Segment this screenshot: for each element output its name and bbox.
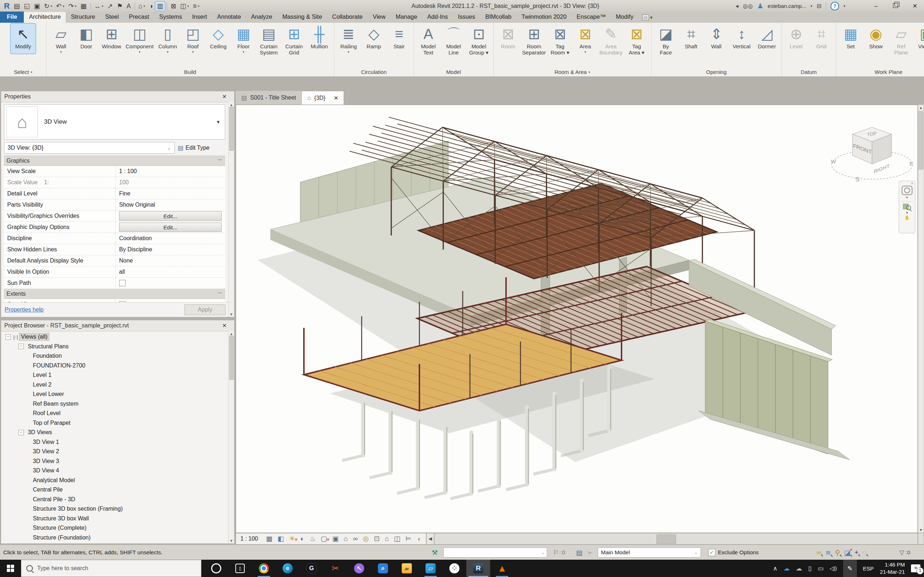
revit-logo[interactable]: R: [2, 2, 11, 11]
locked-3d-orientation-icon[interactable]: ⌂: [344, 533, 347, 544]
show-analytical-model-icon[interactable]: ⌂: [385, 533, 389, 544]
edit-button[interactable]: Edit...: [119, 211, 221, 221]
tree-item-level-lower[interactable]: Level Lower: [1, 390, 228, 399]
taskbar-app-edge[interactable]: e: [276, 560, 300, 577]
tree-item-analytical-model[interactable]: Analytical Model: [1, 475, 228, 485]
taskbar-app-slack[interactable]: ⁘: [443, 560, 466, 577]
type-selector-dropdown-icon[interactable]: ▼: [216, 119, 221, 125]
tree-item-structure-3d-box-section-framing[interactable]: Structure 3D box section (Framing): [1, 504, 228, 514]
component-button[interactable]: ◫Component▾: [124, 23, 155, 54]
app-store-cart-icon[interactable]: ⊟: [817, 3, 822, 10]
project-browser-header[interactable]: Project Browser - RST_basic_sample_proje…: [1, 320, 234, 331]
language-indicator[interactable]: ESP: [863, 566, 874, 572]
clock[interactable]: 1:46 PM 21-Mar-21: [880, 561, 905, 576]
close-inactive-views-icon[interactable]: ⊠: [169, 2, 178, 11]
property-value[interactable]: [116, 301, 225, 302]
network-icon[interactable]: ▭: [817, 565, 823, 572]
visual-style-icon[interactable]: ◧: [278, 533, 284, 544]
text-icon[interactable]: A: [125, 2, 133, 11]
tree-item-views-all[interactable]: −[○]Views (all): [1, 332, 228, 342]
panel-label-datum[interactable]: Datum: [782, 68, 836, 76]
properties-scrollbar[interactable]: ▲▼: [228, 102, 234, 317]
wheel-dropdown-icon[interactable]: ▼: [906, 196, 909, 200]
selection-filter-button[interactable]: ▽ :0: [900, 548, 910, 558]
door-button[interactable]: ◧Door: [74, 23, 99, 54]
tree-item-structure-complete[interactable]: Structure (Complete): [1, 523, 228, 533]
viewer-button[interactable]: ▣Viewer: [914, 23, 924, 54]
taskbar-app-vlc[interactable]: ▲: [490, 560, 514, 577]
tree-item-roof-level[interactable]: Roof Level: [1, 409, 228, 418]
tree-item-structural-plans[interactable]: −Structural Plans: [1, 342, 228, 351]
properties-close-icon[interactable]: ✕: [222, 93, 231, 100]
undo-icon[interactable]: ↶▾: [55, 2, 66, 11]
battery-icon[interactable]: ▯: [808, 565, 811, 572]
curtain-system-button[interactable]: ▤CurtainSystem: [256, 23, 281, 60]
panel-label-circulation[interactable]: Circulation: [334, 68, 414, 76]
model-text-button[interactable]: AModelText: [416, 23, 441, 60]
ramp-button[interactable]: ◇Ramp: [361, 23, 386, 54]
property-checkbox[interactable]: [119, 280, 126, 286]
measure-icon[interactable]: ↔▾: [92, 2, 105, 11]
tree-expander-icon[interactable]: −: [5, 334, 11, 340]
vertical-button[interactable]: ↕Vertical: [729, 23, 754, 54]
edit-button[interactable]: Edit...: [119, 222, 221, 232]
redo-icon[interactable]: ↷▾: [66, 2, 78, 11]
set-button[interactable]: ▦Set: [838, 23, 863, 54]
home-icon[interactable]: ▤: [12, 2, 22, 11]
property-value[interactable]: Edit...: [116, 222, 225, 233]
taskbar-app-chrome[interactable]: [252, 560, 276, 577]
panel-label-model[interactable]: Model: [414, 68, 493, 76]
tree-item-3d-view-3[interactable]: 3D View 3: [1, 456, 228, 466]
floor-button[interactable]: ▦Floor▾: [231, 23, 256, 54]
tree-item-3d-view-2[interactable]: 3D View 2: [1, 447, 228, 456]
property-value[interactable]: 1 : 100: [116, 168, 225, 174]
tree-item-central-pile-3d[interactable]: Central Pile - 3D: [1, 495, 228, 504]
navigation-bar[interactable]: ✕ ▼ ▼ ✋: [899, 181, 915, 233]
dormer-button[interactable]: ◿Dormer: [754, 23, 780, 54]
reveal-constraints-icon[interactable]: ⊨: [405, 533, 412, 544]
instance-selector[interactable]: 3D View: {3D} ⌄: [4, 142, 175, 154]
taskbar-search-input[interactable]: Type here to search: [21, 560, 201, 577]
zoom-tool-icon[interactable]: [903, 203, 911, 210]
tree-item-3d-views[interactable]: −3D Views: [1, 428, 228, 437]
pan-icon[interactable]: ✋: [905, 215, 910, 220]
ribbon-display-toggle[interactable]: ▭▾: [642, 15, 653, 23]
area-button[interactable]: ⊠Area▾: [572, 23, 598, 54]
editing-requests-button[interactable]: ⚐ :0: [553, 548, 565, 558]
curtain-grid-button[interactable]: ⊞CurtainGrid: [281, 23, 307, 60]
restore-button[interactable]: [888, 3, 903, 10]
zoom-dropdown-icon[interactable]: ▼: [906, 211, 909, 214]
panel-label-opening[interactable]: Opening: [651, 68, 782, 76]
view-scale-button[interactable]: 1 : 100: [241, 535, 258, 542]
property-value[interactable]: Coordination: [116, 235, 225, 242]
ribbon-tab-modify[interactable]: Modify: [611, 12, 638, 23]
shaft-button[interactable]: ⌗Shaft: [678, 23, 704, 54]
viewport-3d[interactable]: TOP FRONT RIGHT W S E ✕ ▼ ▼ ✋: [236, 105, 918, 533]
instance-dropdown-icon[interactable]: ⌄: [167, 145, 171, 151]
tree-expander-icon[interactable]: −: [18, 344, 24, 349]
taskbar-app-search-blue[interactable]: ⌕: [371, 560, 395, 577]
tree-item-level-2[interactable]: Level 2: [1, 380, 228, 390]
select-underlay-elements-icon[interactable]: ≋↖: [825, 548, 831, 557]
start-button[interactable]: [0, 560, 21, 577]
tree-item-top-of-parapet[interactable]: Top of Parapet: [1, 418, 228, 428]
vcb-collapse-icon[interactable]: ‹: [418, 535, 420, 543]
shadows-icon[interactable]: ◐: [300, 533, 304, 544]
panel-label-room-area[interactable]: Room & Area▾: [494, 68, 651, 76]
view-cube[interactable]: TOP FRONT RIGHT W S E: [829, 121, 915, 186]
model-group-button[interactable]: ⊡ModelGroup ▾: [466, 23, 492, 60]
help-dropdown-icon[interactable]: ▾: [843, 4, 845, 8]
tag-by-category-icon[interactable]: ⚑: [115, 2, 124, 11]
customize-qat-icon[interactable]: ≡▾: [191, 2, 201, 11]
taskbar-app-snip[interactable]: ✂: [323, 560, 347, 577]
taskbar-app-paint-purple[interactable]: ↖: [347, 560, 371, 577]
exclude-options-control[interactable]: ✓ Exclude Options: [708, 548, 759, 558]
ribbon-tab-analyze[interactable]: Analyze: [246, 12, 278, 23]
design-option-select[interactable]: Main Model ⌄: [598, 548, 701, 558]
property-section-extents[interactable]: Extents⌃⌃: [4, 289, 225, 299]
ribbon-tab-twinmotion-2020[interactable]: Twinmotion 2020: [517, 12, 572, 23]
by-face-button[interactable]: ◪ByFace: [653, 23, 678, 60]
sync-with-central-icon[interactable]: ↻▾: [42, 2, 54, 11]
panel-label-work-plane[interactable]: Work Plane: [836, 68, 924, 76]
property-section-graphics[interactable]: Graphics⌃⌃: [4, 156, 225, 166]
